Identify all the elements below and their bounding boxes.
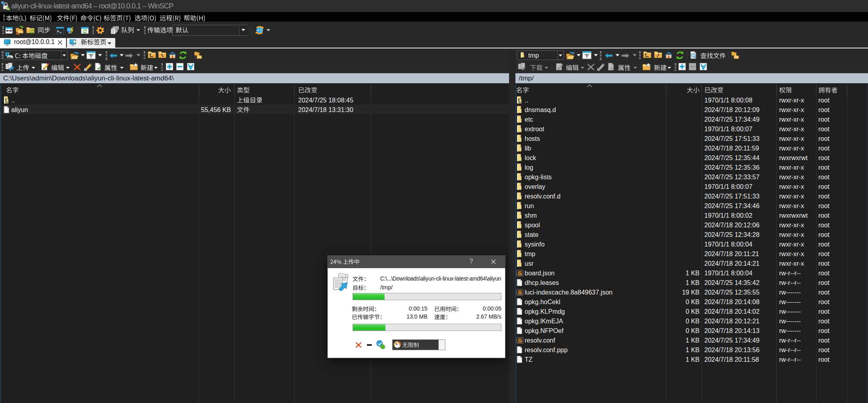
svg-text:S: S [518, 289, 522, 296]
svg-text:S: S [518, 270, 522, 277]
svg-text:S: S [518, 337, 522, 344]
